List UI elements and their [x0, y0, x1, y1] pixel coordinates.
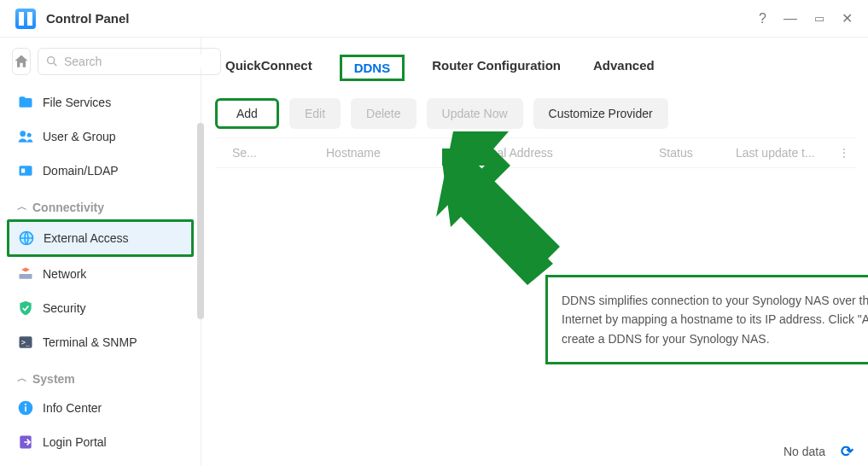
maximize-icon[interactable]: ▭	[814, 13, 824, 24]
sidebar-item-label: Terminal & SNMP	[43, 335, 137, 349]
sidebar-search-row	[0, 48, 201, 85]
annotation-callout: DDNS simplifies connection to your Synol…	[545, 275, 868, 364]
toolbar: Add Edit Delete Update Now Customize Pro…	[215, 93, 857, 137]
minimize-icon[interactable]: —	[784, 12, 797, 26]
svg-text:>_: >_	[21, 338, 31, 347]
content-area: QuickConnect DDNS Router Configuration A…	[201, 38, 868, 466]
refresh-icon[interactable]: ⟳	[841, 442, 853, 461]
sidebar-group-label: System	[32, 372, 75, 386]
info-icon	[17, 399, 34, 416]
shield-icon	[17, 300, 34, 317]
svg-point-3	[27, 133, 32, 137]
sidebar: File Services User & Group Domain/LDAP ︿…	[0, 38, 201, 466]
sidebar-item-login-portal[interactable]: Login Portal	[0, 425, 201, 459]
id-card-icon	[17, 162, 34, 179]
footer-status: No data	[784, 445, 825, 458]
search-box[interactable]	[38, 48, 221, 75]
tab-router-configuration[interactable]: Router Configuration	[427, 55, 566, 81]
sidebar-item-label: File Services	[43, 96, 111, 109]
sidebar-item-external-access[interactable]: External Access	[7, 219, 194, 257]
close-icon[interactable]: ✕	[842, 12, 853, 26]
chevron-up-icon: ︿	[17, 200, 27, 214]
home-icon	[13, 53, 30, 70]
tabs: QuickConnect DDNS Router Configuration A…	[215, 55, 857, 93]
svg-line-1	[54, 63, 56, 66]
sidebar-item-user-group[interactable]: User & Group	[0, 119, 201, 154]
footer: No data ⟳	[784, 442, 853, 461]
chevron-up-icon: ︿	[17, 371, 27, 386]
terminal-icon: >_	[17, 334, 34, 351]
sidebar-item-terminal-snmp[interactable]: >_ Terminal & SNMP	[0, 325, 201, 359]
col-hostname[interactable]: Hostname	[326, 146, 463, 160]
sidebar-item-info-center[interactable]: Info Center	[0, 391, 201, 425]
sidebar-item-file-services[interactable]: File Services	[0, 85, 201, 119]
tab-quickconnect[interactable]: QuickConnect	[220, 55, 317, 81]
tab-ddns[interactable]: DDNS	[340, 55, 405, 81]
svg-rect-7	[20, 274, 32, 279]
sidebar-group-label: Connectivity	[32, 201, 104, 214]
svg-rect-4	[20, 166, 32, 176]
window-title: Control Panel	[46, 11, 759, 26]
titlebar: Control Panel ? — ▭ ✕	[0, 0, 868, 38]
svg-point-12	[25, 404, 26, 405]
table-header: Se... Hostname External Address Status L…	[215, 137, 857, 168]
svg-rect-5	[21, 169, 25, 173]
sidebar-item-security[interactable]: Security	[0, 291, 201, 325]
sidebar-item-domain-ldap[interactable]: Domain/LDAP	[0, 154, 201, 188]
app-icon	[15, 9, 36, 29]
help-icon[interactable]: ?	[759, 12, 766, 26]
folder-sync-icon	[17, 94, 34, 111]
annotation-arrow	[442, 149, 596, 285]
sidebar-item-label: User & Group	[43, 130, 116, 143]
callout-text: DDNS simplifies connection to your Synol…	[562, 294, 868, 346]
window-controls: ? — ▭ ✕	[759, 12, 853, 26]
col-last-update[interactable]: Last update t...	[736, 146, 838, 160]
sidebar-item-label: External Access	[44, 231, 129, 245]
tab-advanced[interactable]: Advanced	[588, 55, 660, 81]
edit-button: Edit	[289, 98, 341, 129]
col-service-provider[interactable]: Se...	[232, 146, 326, 160]
table-menu-icon[interactable]: ⋮	[838, 146, 857, 160]
users-icon	[17, 128, 34, 145]
svg-point-2	[20, 131, 26, 137]
portal-icon	[17, 434, 34, 451]
svg-point-0	[48, 57, 55, 64]
sidebar-item-label: Network	[43, 267, 86, 281]
svg-marker-14	[442, 149, 553, 285]
sidebar-item-label: Security	[43, 301, 86, 315]
add-button[interactable]: Add	[215, 98, 279, 129]
col-status[interactable]: Status	[659, 146, 736, 160]
svg-rect-11	[25, 406, 26, 411]
sidebar-item-label: Domain/LDAP	[43, 164, 119, 178]
router-icon	[17, 265, 34, 283]
home-button[interactable]	[12, 48, 31, 75]
delete-button: Delete	[351, 98, 416, 129]
sidebar-item-label: Info Center	[43, 401, 102, 415]
customize-provider-button[interactable]: Customize Provider	[533, 98, 668, 129]
main-layout: File Services User & Group Domain/LDAP ︿…	[0, 38, 868, 466]
sidebar-item-network[interactable]: Network	[0, 257, 201, 291]
sidebar-group-connectivity[interactable]: ︿ Connectivity	[0, 188, 201, 219]
update-now-button: Update Now	[427, 98, 523, 129]
search-input[interactable]	[64, 55, 213, 68]
sidebar-group-system[interactable]: ︿ System	[0, 359, 201, 391]
search-icon	[45, 55, 59, 68]
col-external-address[interactable]: External Address	[463, 146, 659, 160]
sidebar-item-label: Login Portal	[43, 435, 107, 449]
globe-icon	[18, 230, 35, 247]
